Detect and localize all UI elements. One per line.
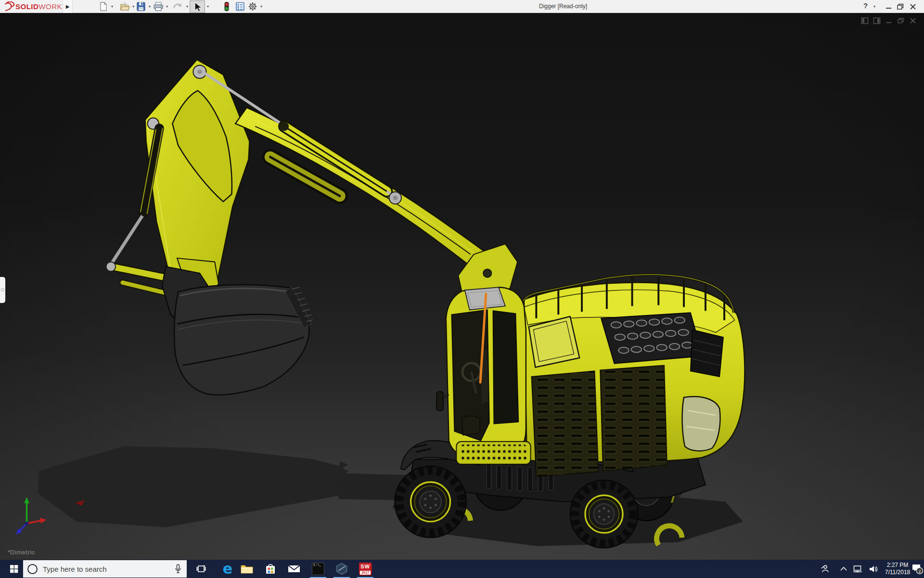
- rear-window: [682, 396, 720, 451]
- front-wheel[interactable]: [395, 466, 466, 538]
- tray-volume-icon[interactable]: [866, 560, 881, 578]
- windows-taskbar: Type here to search e: [0, 560, 924, 578]
- windows-logo-icon: [10, 565, 18, 573]
- taskbar-app-store[interactable]: [260, 560, 281, 578]
- cab-step-plate[interactable]: [456, 442, 530, 464]
- flyout-pin-icon: [1, 288, 4, 291]
- rear-wheel[interactable]: [570, 480, 638, 548]
- title-bar: SOLIDWORKS ▶ ▾ ▾ ▾ ▾ ▾ ▾: [0, 0, 924, 13]
- help-caret[interactable]: ▾: [872, 4, 877, 9]
- doc-close-icon[interactable]: [909, 17, 917, 25]
- mail-icon: [288, 564, 300, 574]
- save-caret[interactable]: ▾: [147, 4, 152, 9]
- side-grille-left: [532, 371, 599, 476]
- tray-network-icon[interactable]: [851, 560, 865, 578]
- doc-restore-icon[interactable]: [897, 17, 905, 25]
- print-icon[interactable]: [153, 1, 164, 12]
- tray-date: 7/11/2018: [882, 569, 913, 576]
- edge-icon: e: [223, 562, 232, 576]
- edrawings-hexagon-icon: [335, 563, 348, 575]
- triad-x-axis: [27, 521, 41, 524]
- minimize-button[interactable]: [885, 2, 893, 11]
- tray-chevron-up-icon[interactable]: [836, 560, 851, 578]
- menu-expand-arrow[interactable]: ▶: [63, 0, 73, 13]
- tray-time: 2:27 PM: [882, 562, 913, 569]
- microphone-icon[interactable]: [174, 564, 182, 574]
- taskbar-app-solidworks[interactable]: SW 2017: [355, 560, 376, 578]
- boom[interactable]: [235, 107, 500, 276]
- action-center-icon: 2: [911, 563, 923, 575]
- cortana-icon: [27, 564, 38, 574]
- taskbar-app-file-explorer[interactable]: [236, 560, 257, 578]
- undo-icon[interactable]: [172, 1, 183, 12]
- solidworks-logo-mark: [4, 1, 15, 12]
- select-caret[interactable]: ▾: [205, 4, 210, 9]
- side-mirror: [436, 392, 443, 410]
- digger-model-scene[interactable]: [0, 13, 924, 560]
- pane-left-icon[interactable]: [861, 17, 869, 25]
- notification-badge: 2: [918, 569, 921, 574]
- solidworks-app-icon: SW 2017: [359, 563, 372, 575]
- view-orientation-triad: [16, 497, 46, 534]
- tray-people-icon[interactable]: [817, 560, 832, 578]
- open-caret[interactable]: ▾: [131, 4, 136, 9]
- cab[interactable]: [436, 287, 526, 458]
- start-button[interactable]: [5, 560, 23, 578]
- search-placeholder: Type here to search: [43, 565, 174, 573]
- save-icon[interactable]: [136, 1, 146, 12]
- open-icon[interactable]: [119, 1, 130, 12]
- print-caret[interactable]: ▾: [165, 4, 169, 9]
- view-orientation-label: *Dimetric: [8, 549, 35, 556]
- document-title: Digger [Read-only]: [539, 3, 587, 10]
- graphics-viewport[interactable]: *Dimetric: [0, 13, 924, 560]
- feature-manager-flyout-tab[interactable]: [0, 277, 5, 303]
- store-icon: [265, 563, 276, 575]
- taskbar-app-command-prompt[interactable]: C:\_: [308, 560, 329, 578]
- select-cursor-icon[interactable]: [192, 2, 203, 12]
- restore-button[interactable]: [896, 2, 905, 11]
- cab-side-window: [493, 311, 518, 423]
- solidworks-logo: SOLIDWORKS: [4, 1, 67, 12]
- bucket[interactable]: [174, 285, 313, 395]
- command-prompt-icon: C:\_: [312, 563, 324, 575]
- taskbar-app-edge[interactable]: e: [217, 560, 238, 578]
- doc-minimize-icon[interactable]: [885, 17, 893, 25]
- bucket-cylinder-rod: [111, 216, 142, 264]
- task-view-button[interactable]: [191, 560, 212, 578]
- document-window-controls: [861, 17, 917, 25]
- close-button[interactable]: [909, 2, 917, 11]
- side-grille-right: [600, 366, 667, 471]
- help-button[interactable]: ?: [863, 1, 872, 10]
- taskbar-app-mail[interactable]: [283, 560, 305, 578]
- options-gear-icon[interactable]: [247, 1, 258, 12]
- file-explorer-icon: [241, 564, 253, 574]
- new-document-caret[interactable]: ▾: [110, 4, 115, 9]
- body-deck[interactable]: [524, 282, 744, 476]
- pane-right-icon[interactable]: [873, 17, 881, 25]
- undo-caret[interactable]: ▾: [185, 4, 190, 9]
- task-view-icon: [196, 565, 206, 573]
- options-caret[interactable]: ▾: [259, 4, 264, 9]
- taskbar-app-edrawings[interactable]: [331, 560, 352, 578]
- action-center-button[interactable]: 2: [911, 560, 924, 578]
- logo-text-bold: SOLID: [15, 2, 38, 11]
- door-recess: [462, 416, 480, 435]
- taskbar-search-box[interactable]: Type here to search: [23, 560, 187, 578]
- tray-clock[interactable]: 2:27 PM 7/11/2018: [882, 562, 913, 576]
- new-document-icon[interactable]: [98, 1, 109, 12]
- properties-icon[interactable]: [235, 1, 245, 12]
- rebuild-traffic-light-icon[interactable]: [221, 1, 232, 12]
